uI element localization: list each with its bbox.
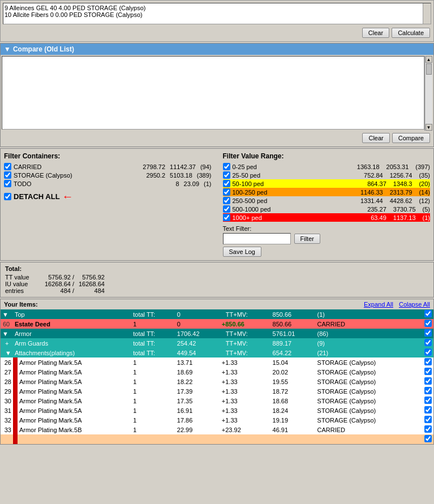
collapse-all-link[interactable]: Colapse All [399,301,430,308]
value-0-25-count: (397) [415,163,430,170]
filter-carried-label: CARRIED [14,163,42,170]
item-location: STORAGE (Calypso) [316,406,423,415]
filter-storage-checkbox[interactable] [4,171,11,179]
item-tt: 17.86 [175,415,220,425]
iu-value-label: IU value [5,281,45,287]
text-filter-input[interactable] [223,233,291,244]
value-0-25-checkbox[interactable] [223,163,230,170]
value-row-25-50: 25-50 ped 752.84 1256.74 (35) [223,171,431,179]
table-row: ▼ Attachments(platings) total TT: 449.54… [1,348,433,357]
compare-clear-button[interactable]: Clear [362,133,389,143]
row-num: 30 [1,396,13,406]
ttmv-val: 5761.01 [271,329,316,338]
detach-all-checkbox[interactable] [4,193,11,200]
filter-row-carried: CARRIED 2798.72 11142.37 (94) [4,162,212,171]
item-checkbox[interactable] [424,397,432,404]
table-row: 60 Estate Deed 1 0 +850.66 850.66 CARRIE… [1,319,433,329]
value-500-1000-count: (5) [423,206,430,213]
value-row-1000plus: 1000+ ped 63.49 1137.13 (1) [223,213,431,222]
value-25-50-checkbox[interactable] [223,171,230,179]
item-checkbox[interactable] [424,358,432,365]
save-log-button[interactable]: Save Log [223,247,261,257]
compare-icon: ▼ [4,45,11,53]
filter-todo-count: (1) [204,180,211,187]
value-1000plus-val1: 63.49 [371,214,386,221]
item-checkbox[interactable] [424,387,432,394]
item-qty: 1 [131,319,175,329]
compare-textarea[interactable] [2,56,424,130]
scroll-track [426,63,432,124]
row-checkbox[interactable] [424,348,432,356]
item-checkbox[interactable] [424,406,432,413]
group-name: Attachments(platings) [13,348,131,357]
item-tt: 22.99 [175,425,220,434]
filter-todo-checkbox[interactable] [4,180,11,187]
item-name: Armor Plating Mark.5A [18,406,131,415]
table-row: 32 Armor Plating Mark.5A 1 17.86 +1.33 1… [1,415,433,425]
value-250-500-checkbox[interactable] [223,197,230,204]
your-items-section: Your Items: Expand All Colapse All ▼ Top… [0,299,434,445]
count-val: (1) [316,309,423,319]
value-50-100-count: (20) [419,180,430,187]
top-section: 9 Alleinces GEL 40 4.00 PED STORAGE (Cal… [0,0,434,42]
row-checkbox[interactable] [424,339,432,346]
filter-section: Filter Containers: CARRIED 2798.72 11142… [0,148,434,261]
item-location: CARRIED [316,319,423,329]
text-filter-label: Text Filter: [223,225,252,232]
table-row: 28 Armor Plating Mark.5A 1 18.22 +1.33 1… [1,377,433,386]
value-500-1000-checkbox[interactable] [223,205,230,213]
filter-storage-count: (389) [197,172,212,179]
item-delta: +1.33 [220,396,271,406]
iu-value1: 16268.64 / [45,281,79,287]
value-250-500-val2: 4428.62 [390,197,412,204]
value-25-50-count: (35) [419,172,430,179]
item-name: Armor Plating Mark.5A [18,367,131,377]
item-checkbox[interactable] [424,435,432,442]
item-ttmv: 46.91 [271,425,316,434]
top-clear-button[interactable]: Clear [362,28,389,38]
total-tt-label: total TT: [131,309,175,319]
expand-all-link[interactable]: Expand All [364,301,393,308]
row-checkbox-cell[interactable] [423,309,433,319]
item-ttmv [271,434,316,444]
filter-carried-checkbox[interactable] [4,163,11,170]
item-location: STORAGE (Calypso) [316,377,423,386]
item-ttmv: 850.66 [271,319,316,329]
value-100-250-checkbox[interactable] [223,188,230,196]
row-num: 33 [1,425,13,434]
item-qty: 1 [131,386,175,396]
filter-button[interactable]: Filter [294,234,320,244]
value-row-100-250: 100-250 ped 1146.33 2313.79 (14) [223,188,431,196]
row-checkbox[interactable] [424,329,432,337]
item-checkbox[interactable] [424,377,432,385]
item-delta: +1.33 [220,386,271,396]
text-filter-row: Text Filter: [223,225,431,232]
item-checkbox[interactable] [424,368,432,375]
scroll-down-btn[interactable]: ▼ [426,124,432,131]
value-50-100-checkbox[interactable] [223,180,230,187]
value-1000plus-checkbox[interactable] [223,214,230,221]
item-checkbox[interactable] [424,320,432,327]
item-delta: +1.33 [220,377,271,386]
item-qty [131,434,175,444]
item-checkbox[interactable] [424,416,432,423]
scroll-up-btn[interactable]: ▲ [426,56,432,63]
filter-value-title: Filter Value Range: [223,152,431,160]
your-items-title: Your Items: [4,301,38,308]
compare-button[interactable]: Compare [392,133,430,143]
table-row: 31 Armor Plating Mark.5A 1 16.91 +1.33 1… [1,406,433,415]
row-checkbox[interactable] [424,310,432,317]
item-name: Armor Plating Mark.5A [18,415,131,425]
value-1000plus-label: 1000+ ped [233,214,278,221]
item-checkbox[interactable] [424,425,432,433]
item-location: STORAGE (Calypso) [316,386,423,396]
item-qty: 1 [131,415,175,425]
item-tt: 17.35 [175,396,220,406]
calculate-button[interactable]: Calculate [392,28,430,38]
compare-scrollbar[interactable]: ▲ ▼ [424,56,432,131]
filter-carried-val2: 11142.37 [170,163,196,170]
item-name: Armor Plating Mark.5A [18,377,131,386]
ttmv-val: 889.17 [271,338,316,348]
item-tt [175,434,220,444]
item-name: Armor Plating Mark.5A [18,386,131,396]
